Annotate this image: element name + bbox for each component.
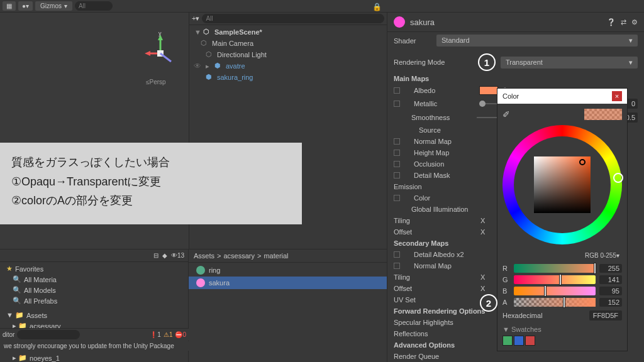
annotation-line2: ①Opaqu→Transparentに変更	[11, 172, 291, 192]
source-label: Source	[394, 126, 441, 134]
emission-color-label: Color	[405, 194, 430, 202]
a-slider[interactable]	[514, 298, 596, 307]
collapse-icon[interactable]: ⊟	[153, 252, 158, 259]
specular-label: Specular Highlights	[394, 319, 453, 326]
annotation-marker-2: 2	[480, 294, 497, 312]
tiling-label: Tiling	[394, 217, 475, 224]
tree-item[interactable]: ▸ 📁 noeyes_1	[0, 353, 188, 362]
hue-cursor[interactable]	[613, 173, 623, 183]
hidden-count: 👁13	[171, 252, 184, 259]
hierarchy-item[interactable]: ⬢ sakura_ring	[189, 72, 387, 83]
hierarchy-item[interactable]: ⬡ Main Camera	[189, 38, 387, 49]
rendering-mode-dropdown[interactable]: Transparent▾	[501, 57, 638, 69]
emission-label: Emission	[394, 183, 422, 190]
svg-text:y: y	[158, 31, 162, 36]
g-label: G	[502, 276, 510, 283]
occlusion-label: Occlusion	[405, 160, 444, 168]
project-content: Assets > acsessary > material ring sakur…	[189, 250, 387, 362]
material-preview-icon	[394, 16, 405, 28]
scene-view-icon[interactable]: ●▾	[18, 1, 33, 11]
warn-badge[interactable]: ⚠1	[164, 331, 173, 338]
offset2-label: Offset	[394, 285, 475, 292]
swatches[interactable]	[502, 336, 622, 346]
g-slider[interactable]	[514, 275, 596, 284]
annotation-marker-1: 1	[478, 53, 496, 71]
close-icon[interactable]: ×	[612, 91, 622, 101]
albedo-color-swatch[interactable]	[479, 86, 498, 95]
height-map-label: Height Map	[405, 149, 449, 156]
uv-set-label: UV Set	[394, 296, 416, 304]
asset-item[interactable]: ring	[189, 264, 387, 277]
b-slider[interactable]	[514, 287, 596, 295]
forward-rendering-label: Forward Rendering Options	[394, 307, 485, 315]
tree-item[interactable]: 🔍 All Prefabs	[0, 295, 188, 306]
visibility-icon[interactable]: 👁	[194, 62, 201, 70]
scene-search[interactable]	[75, 1, 113, 11]
tree-item[interactable]: 🔍 All Models	[0, 285, 188, 295]
orientation-gizmo[interactable]: y x	[145, 31, 182, 70]
metallic-label: Metallic	[405, 100, 474, 107]
asset-item-selected[interactable]: sakura	[189, 277, 387, 289]
scene-root[interactable]: ▼⬡ SampleScene*	[189, 26, 387, 38]
rgb-mode-dropdown[interactable]: RGB 0-255▾	[502, 251, 622, 260]
global-illum-label: Global Illumination	[394, 206, 469, 213]
breadcrumb[interactable]: Assets > acsessary > material	[189, 250, 387, 263]
hex-input[interactable]: FF8D5F	[589, 310, 622, 321]
color-preview	[584, 109, 622, 120]
hierarchy-search[interactable]	[202, 14, 384, 23]
detail-albedo-label: Detail Albedo x2	[405, 251, 464, 258]
offset-label: Offset	[394, 228, 475, 236]
reflections-label: Reflections	[394, 330, 428, 337]
console-message: we strongly encourage you to update from…	[0, 341, 189, 351]
r-slider[interactable]	[514, 264, 596, 273]
r-value[interactable]: 255	[599, 264, 622, 273]
r-label: R	[502, 265, 510, 272]
g-value[interactable]: 141	[599, 275, 622, 284]
metallic-texture-slot[interactable]	[394, 101, 400, 107]
info-badge[interactable]: ❗1	[150, 331, 161, 338]
color-wheel[interactable]	[502, 125, 622, 244]
b-label: B	[502, 287, 510, 295]
lock-icon[interactable]: 🔒	[372, 3, 639, 11]
eyedropper-icon[interactable]: ✐	[502, 109, 510, 119]
error-badge[interactable]: ⛔0	[175, 331, 186, 338]
a-value[interactable]: 152	[599, 298, 622, 307]
favorites-header[interactable]: ★ Favorites	[0, 263, 188, 274]
shader-dropdown[interactable]: Standard▾	[436, 35, 638, 47]
color-picker-popup: Color × ✐ RGB 0-255▾ R 255 G 141 B 95	[497, 88, 628, 351]
gizmos-dropdown[interactable]: Gizmos▾	[35, 1, 72, 11]
console-bar: ditor ❗1 ⚠1 ⛔0	[0, 328, 189, 341]
console-search[interactable]	[17, 330, 80, 339]
annotation-line1: 質感をガラスっぽくしたい場合	[11, 153, 291, 172]
create-button[interactable]: +▾	[192, 14, 199, 23]
help-icon[interactable]: ❔	[607, 18, 616, 26]
annotation-line3: ②colorのAの部分を変更	[11, 191, 291, 211]
hierarchy-toolbar: +▾	[189, 13, 387, 25]
smoothness-label: Smoothness	[394, 114, 472, 121]
albedo-texture-slot[interactable]	[394, 87, 400, 94]
preset-icon[interactable]: ⇄	[621, 18, 626, 26]
detail-mask-label: Detail Mask	[405, 172, 450, 179]
b-value[interactable]: 95	[599, 287, 622, 295]
svg-marker-4	[145, 51, 150, 56]
a-label: A	[502, 299, 510, 306]
swatches-label: ▼ Swatches	[502, 326, 622, 333]
gear-icon[interactable]: ⚙	[631, 18, 638, 26]
main-maps-label: Main Maps	[394, 75, 429, 82]
tree-item[interactable]: 🔍 All Materia	[0, 274, 188, 285]
hex-label: Hexadecimal	[502, 312, 584, 319]
hierarchy-item[interactable]: 👁 ▸⬢ avatre	[189, 60, 387, 72]
sv-cursor[interactable]	[579, 159, 586, 165]
scene-name: SampleScene*	[214, 28, 262, 36]
albedo-label: Albedo	[405, 87, 474, 94]
svg-line-7	[160, 53, 171, 62]
hierarchy-item[interactable]: ⬡ Directional Light	[189, 49, 387, 60]
filter-icon[interactable]: ◆	[162, 252, 167, 259]
shaded-icon[interactable]: ▦	[3, 1, 16, 11]
assets-header[interactable]: ▼ 📁 Assets	[0, 310, 188, 321]
editor-label: ditor	[3, 331, 14, 338]
rendering-mode-label: Rendering Mode	[394, 58, 475, 66]
advanced-label: Advanced Options	[394, 341, 455, 349]
tiling2-label: Tiling	[394, 273, 475, 281]
color-picker-title: Color	[502, 92, 519, 100]
